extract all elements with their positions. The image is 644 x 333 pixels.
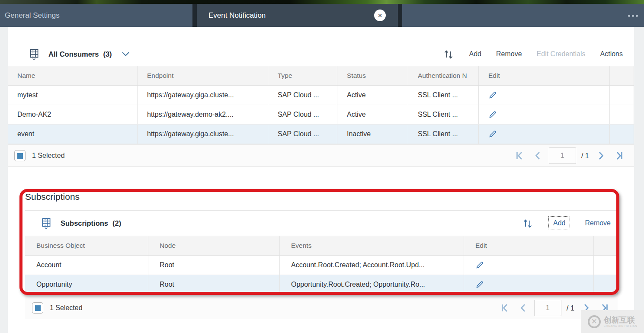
col-header-edit[interactable]: Edit [464,236,594,255]
subscriptions-table-title: Subscriptions [61,219,108,227]
cell-type: SAP Cloud ... [268,125,337,144]
actions-button[interactable]: Actions [600,50,623,58]
col-header-status[interactable]: Status [337,66,408,85]
subscriptions-header-row: Business Object Node Events Edit [25,236,618,256]
pencil-icon[interactable] [464,275,594,294]
col-header-blank [610,66,634,85]
subscriptions-toolbar: Subscriptions (2) Add Remove [25,210,618,236]
cell-node: Root [148,275,280,294]
cell-name: event [8,125,138,144]
watermark-text: 创新互联 [604,316,637,324]
cell-auth: SSL Client ... [408,105,479,124]
remove-button[interactable]: Remove [496,50,522,58]
subscriptions-footer: 1 Selected / 1 [25,297,618,319]
next-page-icon[interactable] [594,149,608,163]
cell-status: Active [337,86,408,105]
col-header-endpoint[interactable]: Endpoint [138,66,268,85]
pencil-icon[interactable] [464,256,594,275]
subscriptions-count: (2) [112,219,121,227]
consumers-count: (3) [103,50,112,58]
tab-general-settings[interactable]: General Settings [0,4,192,27]
tab-bar-filler [402,4,644,27]
cell-business-object: Opportunity [25,275,148,294]
prev-page-icon[interactable] [531,149,545,163]
sort-arrows-icon[interactable] [442,48,455,60]
table-row[interactable]: mytest https://gateway.giga.cluste... SA… [8,86,634,105]
col-header-edit[interactable]: Edit [479,66,610,85]
pencil-icon[interactable] [479,105,610,124]
cell-blank [594,275,618,294]
col-header-events[interactable]: Events [280,236,464,255]
cell-endpoint: https://gateway.giga.cluste... [138,125,268,144]
cell-blank [610,105,634,124]
table-view-icon[interactable] [29,48,40,61]
consumers-footer: 1 Selected / 1 [8,144,634,167]
col-header-authentication[interactable]: Authentication N [408,66,479,85]
partial-checkbox-icon[interactable] [32,302,43,314]
page-input[interactable] [534,300,561,316]
pencil-icon[interactable] [479,86,610,105]
consumers-toolbar: All Consumers (3) Add Remove Edit Creden… [8,42,634,66]
subscriptions-section-title: Subscriptions [25,192,80,202]
background-photo [0,0,644,4]
selected-count: 1 Selected [50,304,83,312]
col-header-business-object[interactable]: Business Object [25,236,148,255]
last-page-icon[interactable] [612,149,626,163]
watermark: ✕ 创新互联 CHUANG XIN HU LIAN [581,310,644,333]
remove-button[interactable]: Remove [585,219,611,227]
cell-status: Active [337,105,408,124]
prev-page-icon[interactable] [516,301,530,315]
tab-event-notification[interactable]: Event Notification ✕ [197,4,398,27]
table-row-selected[interactable]: Opportunity Root Opportunity.Root.Create… [25,275,618,295]
cell-name: mytest [8,86,138,105]
cell-events: Account.Root.Created; Account.Root.Upd..… [280,256,464,275]
cell-endpoint: https://gateway.demo-ak2.... [138,105,268,124]
cell-blank [610,125,634,144]
col-header-name[interactable]: Name [8,66,138,85]
col-header-node[interactable]: Node [148,236,280,255]
sort-arrows-icon[interactable] [522,217,534,229]
consumers-header-row: Name Endpoint Type Status Authentication… [8,66,634,86]
partial-checkbox-icon[interactable] [14,150,26,161]
col-header-blank [594,236,618,255]
pencil-icon[interactable] [479,125,610,144]
edit-credentials-button[interactable]: Edit Credentials [537,50,586,58]
tab-bar: General Settings Event Notification ✕ [0,4,644,27]
add-button[interactable]: Add [469,50,481,58]
cell-events: Opportunity.Root.Created; Opportunity.Ro… [280,275,464,294]
consumers-table-title: All Consumers [48,50,99,58]
cell-type: SAP Cloud ... [268,86,337,105]
pagination: / 1 [513,147,626,164]
col-header-type[interactable]: Type [268,66,337,85]
page-total: / 1 [567,304,574,312]
add-button[interactable]: Add [548,216,570,230]
close-tab-icon[interactable]: ✕ [374,10,386,21]
cell-blank [610,86,634,105]
overflow-menu-icon[interactable] [628,15,638,17]
tab-event-notification-label: Event Notification [208,11,266,20]
cell-blank [594,256,618,275]
table-row-selected[interactable]: event https://gateway.giga.cluste... SAP… [8,125,634,144]
cell-name: Demo-AK2 [8,105,138,124]
table-row[interactable]: Account Root Account.Root.Created; Accou… [25,256,618,275]
tab-general-settings-label: General Settings [5,11,60,20]
table-view-icon[interactable] [41,217,52,230]
cell-node: Root [148,256,280,275]
cell-auth: SSL Client ... [408,125,479,144]
selected-count: 1 Selected [32,152,65,160]
page-input[interactable] [549,147,576,164]
cell-status: Inactive [337,125,408,144]
table-row[interactable]: Demo-AK2 https://gateway.demo-ak2.... SA… [8,105,634,125]
watermark-subtext: CHUANG XIN HU LIAN [604,324,637,327]
cell-endpoint: https://gateway.giga.cluste... [138,86,268,105]
chevron-down-icon[interactable] [122,51,130,57]
cell-auth: SSL Client ... [408,86,479,105]
page-total: / 1 [581,152,589,160]
content-area: All Consumers (3) Add Remove Edit Creden… [8,27,634,333]
cell-type: SAP Cloud ... [268,105,337,124]
first-page-icon[interactable] [498,301,512,315]
watermark-logo-icon: ✕ [588,315,601,328]
first-page-icon[interactable] [513,149,526,163]
cell-business-object: Account [25,256,148,275]
